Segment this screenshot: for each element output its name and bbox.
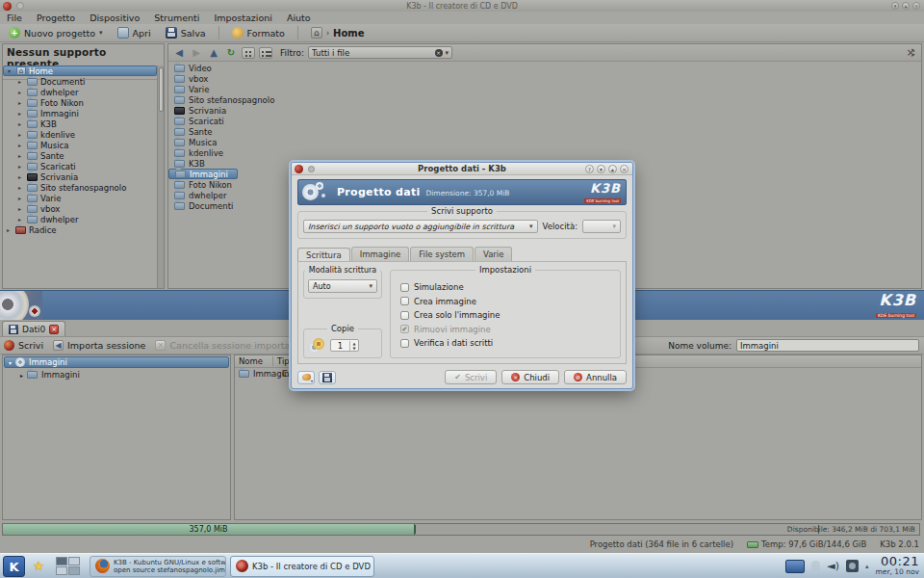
tab-file-system[interactable]: File system	[410, 247, 474, 261]
task-k3b[interactable]: K3b - Il creatore di CD e DVD	[230, 556, 374, 577]
tree-item[interactable]: ▸dwhelper	[3, 87, 157, 97]
tree-item[interactable]: ▸vbox	[3, 203, 157, 214]
menu-file[interactable]: File	[7, 13, 22, 23]
desktop-pager[interactable]	[56, 557, 80, 575]
file-item[interactable]: Musica	[168, 137, 921, 147]
back-icon[interactable]: ◀	[172, 46, 186, 59]
close-project-icon[interactable]: ×	[49, 325, 59, 334]
file-item-selected[interactable]: Immagini	[168, 169, 238, 179]
file-label: K3B	[189, 159, 205, 169]
tree-scrollbar[interactable]	[157, 66, 164, 288]
tree-item[interactable]: ▸K3B	[3, 118, 157, 129]
display-tray-icon[interactable]	[785, 560, 805, 573]
speed-combobox[interactable]: ▾	[582, 220, 621, 233]
user-defaults-button[interactable]: ▾	[297, 371, 315, 384]
home-breadcrumb[interactable]: ⌂ › Home	[306, 26, 370, 39]
cancel-button[interactable]: ⊘ Annulla	[564, 370, 627, 384]
kde-menu-button[interactable]: K	[3, 556, 25, 577]
tree-item[interactable]: ▸Foto Nikon	[3, 97, 157, 108]
tray-expand-icon[interactable]: ▴	[865, 563, 869, 570]
shade-icon[interactable]: ▾	[597, 165, 605, 173]
dialog-titlebar[interactable]: Progetto dati - K3b ? ▾ ▴ ×	[292, 163, 632, 175]
task-firefox[interactable]: K3B - Kubuntu GNU/Linux e software open …	[90, 556, 226, 577]
volume-name-input[interactable]	[736, 339, 919, 352]
tab-immagine[interactable]: Immagine	[351, 247, 410, 261]
menu-impostazioni[interactable]: Impostazioni	[214, 13, 272, 23]
tree-item[interactable]: ▸Scrivania	[3, 171, 157, 182]
tree-item[interactable]: ▸Musica	[3, 140, 157, 150]
project-child-item[interactable]: ▸ Immagini	[3, 369, 230, 381]
forward-icon[interactable]: ▶	[190, 46, 203, 59]
clear-filter-icon[interactable]: ×	[435, 49, 443, 57]
save-button[interactable]: Salva	[161, 26, 211, 39]
up-icon[interactable]: ▲	[207, 46, 220, 59]
filter-combobox[interactable]: Tutti i file × ▾	[308, 46, 452, 59]
tree-item[interactable]: ▸kdenlive	[3, 129, 157, 140]
tree-item-root[interactable]: ▸Radice	[3, 224, 157, 235]
main-window-titlebar[interactable]: K3b - Il creatore di CD e DVD ▾ ▴ ×	[0, 0, 924, 12]
menu-strumenti[interactable]: Strumenti	[154, 13, 199, 23]
file-item[interactable]: Video	[168, 63, 921, 73]
tab-varie[interactable]: Varie	[475, 247, 512, 261]
burn-button[interactable]: Scrivi	[4, 340, 43, 351]
unshade-icon[interactable]: ▴	[608, 165, 617, 173]
dialog-close-icon[interactable]: ×	[620, 165, 629, 173]
scrollbar-thumb[interactable]	[159, 67, 164, 112]
reload-icon[interactable]: ↻	[224, 46, 238, 59]
close-button[interactable]: × Chiudi	[501, 370, 559, 384]
tree-item[interactable]: ▸Scaricati	[3, 161, 157, 171]
volume-tray-icon[interactable]: ◄)	[827, 560, 839, 572]
icon-view-button[interactable]	[242, 47, 255, 59]
clear-session-button[interactable]: × Cancella sessione importata	[155, 340, 298, 351]
pager-desktop-3[interactable]	[56, 566, 67, 575]
device-tray-icon[interactable]	[846, 560, 859, 572]
checkbox-label: Verifica i dati scritti	[414, 338, 493, 348]
tree-item[interactable]: ▸Immagini	[3, 108, 157, 118]
new-project-button[interactable]: + Nuovo progetto ▾	[4, 26, 108, 39]
file-item[interactable]: Varie	[168, 84, 921, 94]
tree-item[interactable]: ▸Sito stefanospagnolo	[3, 182, 157, 193]
project-root-item[interactable]: ▾ Immagini	[4, 356, 229, 368]
tree-item[interactable]: ▸Varie	[3, 193, 157, 203]
copies-spinbox[interactable]: 1 ▲ ▼	[330, 339, 359, 352]
tree-item[interactable]: ▸Documenti	[3, 76, 157, 87]
checkbox-crea-immagine[interactable]: Crea immagine	[400, 295, 614, 309]
medium-combobox[interactable]: Inserisci un supporto vuoto o aggiungibi…	[303, 220, 538, 233]
clock[interactable]: 00:21 mer, 10 nov	[876, 556, 919, 577]
pager-desktop-1[interactable]	[56, 557, 67, 565]
column-nome[interactable]: Nome	[235, 356, 273, 366]
help-icon[interactable]: ?	[585, 165, 594, 173]
open-button[interactable]: Apri	[113, 26, 156, 39]
menu-aiuto[interactable]: Aiuto	[287, 13, 311, 23]
spin-down-icon[interactable]: ▼	[350, 346, 358, 351]
list-view-button[interactable]	[259, 47, 272, 59]
format-button[interactable]: Formato	[227, 26, 290, 39]
file-item[interactable]: kdenlive	[168, 147, 921, 158]
menu-progetto[interactable]: Progetto	[37, 13, 75, 23]
browser-toolbar: ◀ ▶ ▲ ↻ Filtro: Tutti i file × ▾ ⚒	[168, 44, 921, 62]
pager-desktop-2[interactable]	[68, 557, 80, 565]
file-item[interactable]: vbox	[168, 73, 921, 84]
file-item[interactable]: Sito stefanospagnolo	[168, 94, 921, 105]
checkbox-crea-solo-immagine[interactable]: Crea solo l'immagine	[400, 308, 614, 323]
tree-item[interactable]: ▸dwhelper	[3, 214, 157, 224]
checkbox-simulazione[interactable]: Simulazione	[400, 280, 614, 295]
file-item[interactable]: Scaricati	[168, 116, 921, 126]
browser-options-icon[interactable]: ⚒	[906, 48, 916, 57]
tab-scrittura[interactable]: Scrittura	[297, 248, 350, 262]
tree-item-home[interactable]: ▾ ⌂ Home	[3, 66, 157, 76]
save-defaults-button[interactable]	[319, 371, 336, 384]
pager-desktop-4[interactable]	[68, 566, 80, 575]
import-session-button[interactable]: ◀ Importa sessione	[53, 340, 145, 351]
writing-mode-combobox[interactable]: Auto ▾	[308, 279, 377, 293]
write-button[interactable]: ✔ Scrivi	[445, 370, 497, 384]
project-tab[interactable]: Dati0 ×	[2, 321, 65, 336]
favorites-star-icon[interactable]: ★	[29, 556, 48, 577]
file-item[interactable]: Sante	[168, 126, 921, 137]
checkbox-verifica-dati[interactable]: Verifica i dati scritti	[400, 336, 614, 351]
menu-dispositivo[interactable]: Dispositivo	[90, 13, 140, 23]
tree-item[interactable]: ▸Sante	[3, 150, 157, 161]
folder-icon	[27, 110, 38, 118]
notifier-tray-icon[interactable]	[811, 561, 820, 572]
file-item[interactable]: Scrivania	[168, 105, 921, 116]
